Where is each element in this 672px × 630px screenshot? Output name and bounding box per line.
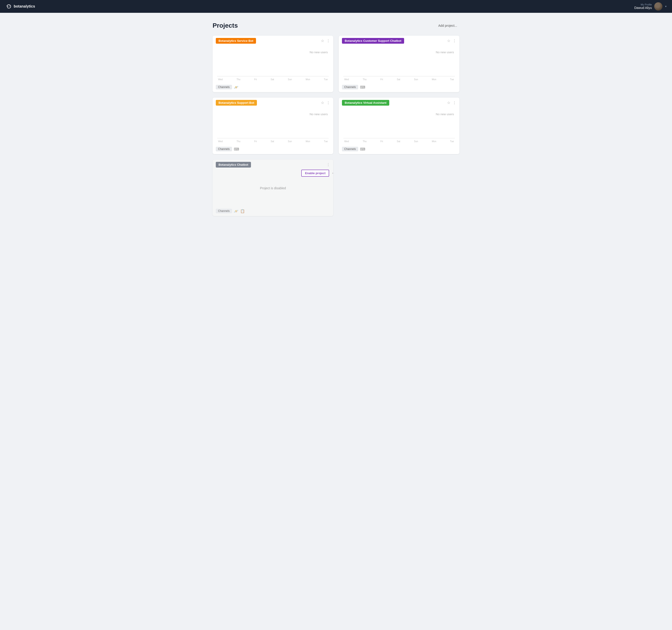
channels-tag[interactable]: Channels	[216, 209, 232, 213]
chart-label: Sat	[271, 78, 274, 81]
enable-project-button[interactable]: Enable project	[301, 170, 329, 177]
channels-tag[interactable]: Channels	[216, 147, 232, 151]
chart-label: Tue	[450, 78, 454, 81]
card-footer: Channels ⌨	[339, 144, 459, 154]
profile-menu[interactable]: My Profile Dawud Aliyu ▾	[634, 2, 667, 10]
channel-icon-0: 🪐	[234, 209, 238, 213]
card-chart: No new users WedThuFriSatSunMonTue	[339, 46, 459, 82]
project-card-chatbot: Botanalytics Chatbot ⋮ Enable project ← …	[213, 160, 333, 216]
card-actions: ☆ ⋮	[321, 39, 330, 43]
card-header: Botanalytics Customer Support Chatbot ☆ …	[339, 36, 459, 46]
chart-label: Thu	[363, 140, 367, 143]
chart-labels: WedThuFriSatSunMonTue	[343, 140, 455, 143]
channel-icon-0: ⌨	[360, 85, 365, 89]
project-card-service-bot: Botanalytics Service Bot ☆ ⋮ No new user…	[213, 36, 333, 92]
card-actions: ☆ ⋮	[321, 101, 330, 105]
chart-label: Sat	[397, 78, 400, 81]
chart-label: Mon	[306, 140, 310, 143]
profile-name: Dawud Aliyu	[634, 6, 652, 9]
chart-label: Sat	[271, 140, 274, 143]
brand-icon	[5, 3, 12, 9]
channel-icon-0: ⌨	[360, 147, 365, 151]
chart-label: Wed	[344, 78, 349, 81]
chart-label: Wed	[218, 78, 223, 81]
chart-label: Sun	[288, 78, 292, 81]
chart-line	[217, 76, 329, 76]
star-icon[interactable]: ☆	[447, 101, 450, 105]
more-icon[interactable]: ⋮	[453, 39, 456, 43]
channel-icon-0: ⌨	[234, 147, 239, 151]
card-header: Botanalytics Support Bot ☆ ⋮	[213, 98, 333, 108]
chart-label: Thu	[363, 78, 367, 81]
chart-line	[343, 76, 455, 76]
more-icon[interactable]: ⋮	[327, 163, 330, 167]
profile-label: My Profile	[634, 3, 652, 6]
project-card-virtual-assistant: Botanalytics Virtual Assistant ☆ ⋮ No ne…	[339, 98, 459, 154]
brand-name: botanalytics	[14, 4, 35, 8]
star-icon[interactable]: ☆	[321, 101, 324, 105]
chart-labels: WedThuFriSatSunMonTue	[343, 78, 455, 81]
chart-label: Sat	[397, 140, 400, 143]
project-tag: Botanalytics Customer Support Chatbot	[342, 38, 404, 44]
channels-tag[interactable]: Channels	[342, 147, 358, 151]
chart-label: Wed	[218, 140, 223, 143]
navbar: botanalytics My Profile Dawud Aliyu ▾	[0, 0, 672, 13]
card-chart: No new users WedThuFriSatSunMonTue	[339, 108, 459, 144]
project-card-customer-support: Botanalytics Customer Support Chatbot ☆ …	[339, 36, 459, 92]
chart-label: Thu	[237, 140, 240, 143]
chart-label: Sun	[414, 78, 418, 81]
chart-label: Tue	[324, 78, 328, 81]
main-content: Projects Add project... Botanalytics Ser…	[199, 13, 473, 225]
chevron-down-icon: ▾	[665, 5, 667, 8]
project-tag: Botanalytics Chatbot	[216, 162, 251, 168]
disabled-text: Project is disabled	[260, 186, 286, 190]
chart-label: Fri	[254, 78, 257, 81]
project-tag: Botanalytics Support Bot	[216, 100, 257, 105]
chart-label: Wed	[344, 140, 349, 143]
more-icon[interactable]: ⋮	[327, 101, 330, 105]
chart-label: Tue	[324, 140, 328, 143]
star-icon[interactable]: ☆	[321, 39, 324, 43]
page-title: Projects	[213, 22, 238, 29]
no-new-users-text: No new users	[310, 113, 328, 116]
chart-label: Sun	[414, 140, 418, 143]
card-chart: No new users WedThuFriSatSunMonTue	[213, 108, 333, 144]
card-footer: Channels ⌨	[213, 144, 333, 154]
more-icon[interactable]: ⋮	[327, 39, 330, 43]
card-footer: Channels ⌨	[339, 82, 459, 92]
chart-label: Mon	[432, 78, 436, 81]
card-actions: ☆ ⋮	[447, 101, 456, 105]
card-actions: ☆ ⋮	[447, 39, 456, 43]
no-new-users-text: No new users	[436, 50, 454, 54]
card-header: Botanalytics Service Bot ☆ ⋮	[213, 36, 333, 46]
avatar-image	[654, 2, 663, 10]
chart-label: Tue	[450, 140, 454, 143]
chart-label: Sun	[288, 140, 292, 143]
avatar[interactable]	[654, 2, 663, 10]
chart-label: Thu	[237, 78, 240, 81]
card-actions: ⋮	[327, 163, 330, 167]
channels-tag[interactable]: Channels	[342, 85, 358, 89]
brand: botanalytics	[5, 3, 35, 9]
more-icon[interactable]: ⋮	[453, 101, 456, 105]
project-tag: Botanalytics Service Bot	[216, 38, 256, 44]
channels-tag[interactable]: Channels	[216, 85, 232, 89]
card-footer: Channels 🪐	[213, 82, 333, 92]
chart-label: Fri	[254, 140, 257, 143]
card-chart: No new users WedThuFriSatSunMonTue	[213, 46, 333, 82]
chart-label: Mon	[306, 78, 310, 81]
chart-labels: WedThuFriSatSunMonTue	[217, 78, 329, 81]
card-header: Botanalytics Chatbot ⋮	[213, 160, 333, 170]
chart-labels: WedThuFriSatSunMonTue	[217, 140, 329, 143]
profile-info: My Profile Dawud Aliyu	[634, 3, 652, 9]
project-tag: Botanalytics Virtual Assistant	[342, 100, 389, 105]
no-new-users-text: No new users	[310, 50, 328, 54]
add-project-button[interactable]: Add project...	[436, 22, 460, 29]
chart-label: Mon	[432, 140, 436, 143]
card-header: Botanalytics Virtual Assistant ☆ ⋮	[339, 98, 459, 108]
channel-icon-1: 📋	[240, 209, 245, 213]
projects-grid: Botanalytics Service Bot ☆ ⋮ No new user…	[213, 36, 459, 216]
star-icon[interactable]: ☆	[447, 39, 450, 43]
chart-label: Fri	[380, 140, 383, 143]
no-new-users-text: No new users	[436, 113, 454, 116]
